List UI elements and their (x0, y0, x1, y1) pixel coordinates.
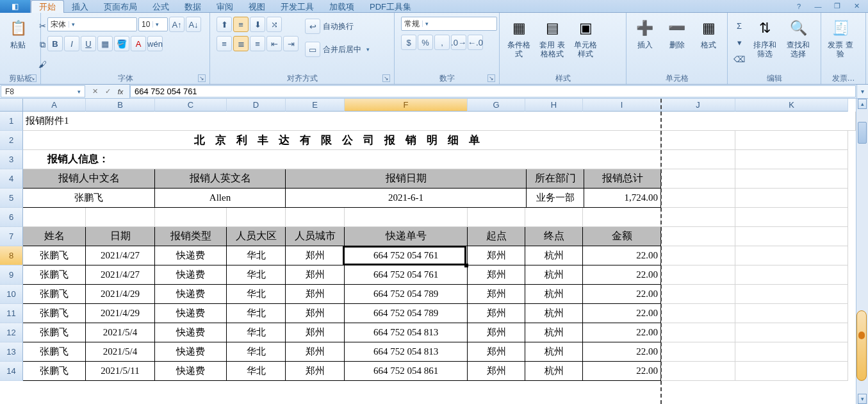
row-header[interactable]: 7 (0, 227, 23, 246)
cell[interactable]: 郑州 (286, 285, 345, 304)
cell[interactable] (23, 208, 86, 227)
increase-indent-button[interactable]: ⇥ (283, 36, 299, 51)
cell[interactable]: 664 752 054 813 (345, 323, 468, 342)
cell[interactable] (735, 208, 848, 227)
cell[interactable]: 张鹏飞 (23, 265, 86, 285)
cell[interactable]: 快递费 (155, 362, 227, 381)
cell[interactable]: 华北 (227, 362, 286, 381)
name-box[interactable]: F8 ▾ (1, 85, 85, 97)
cell[interactable] (735, 169, 848, 189)
tab-8[interactable]: 加载项 (322, 0, 362, 13)
cell[interactable] (661, 323, 735, 342)
cell[interactable]: 664 752 054 861 (345, 362, 468, 381)
cell[interactable]: 22.00 (583, 285, 661, 304)
column-headers[interactable]: ABCDEFGHIJK (0, 99, 856, 112)
cell[interactable]: 华北 (227, 265, 286, 285)
format-as-table-button[interactable]: ▤套用 表格格式 (537, 15, 568, 62)
cell[interactable]: 郑州 (286, 265, 345, 285)
delete-cells-button[interactable]: ➖删除 (662, 15, 692, 51)
cell[interactable]: 664 752 054 761 (345, 265, 468, 285)
cell[interactable]: 郑州 (468, 323, 525, 342)
cell[interactable]: 664 752 054 761 (345, 246, 468, 265)
cell[interactable] (735, 131, 848, 150)
cell[interactable]: 张鹏飞 (23, 362, 86, 381)
clipboard-dialog-launcher[interactable]: ↘ (29, 74, 37, 82)
decrease-indent-button[interactable]: ⇤ (266, 36, 282, 51)
cell[interactable]: 杭州 (525, 265, 583, 285)
cell[interactable]: 杭州 (525, 246, 583, 265)
cell[interactable] (227, 208, 286, 227)
decrease-decimal-button[interactable]: ←.0 (468, 35, 483, 50)
tab-4[interactable]: 数据 (177, 0, 209, 13)
tab-3[interactable]: 公式 (145, 0, 177, 13)
cell[interactable]: 2021/4/27 (86, 265, 155, 285)
column-header[interactable]: B (86, 99, 155, 112)
cell[interactable]: 22.00 (583, 246, 661, 265)
percent-button[interactable]: % (418, 35, 433, 50)
cell[interactable]: 22.00 (583, 265, 661, 285)
conditional-formatting-button[interactable]: ▦条件格式 (504, 15, 534, 62)
font-color-button[interactable]: A (131, 36, 146, 51)
cell[interactable] (661, 150, 735, 169)
cell[interactable]: 郑州 (286, 246, 345, 265)
column-header[interactable]: I (583, 99, 661, 112)
cell[interactable] (661, 189, 735, 208)
row-header[interactable]: 14 (0, 362, 23, 381)
cell[interactable]: 报销人信息： (23, 150, 661, 169)
cell[interactable]: 郑州 (468, 265, 525, 285)
cell[interactable] (735, 227, 848, 246)
cell[interactable]: 郑州 (286, 304, 345, 323)
column-header[interactable]: E (286, 99, 345, 112)
cell[interactable]: 郑州 (286, 342, 345, 362)
cell[interactable]: 姓名 (23, 227, 86, 246)
cell[interactable] (661, 285, 735, 304)
cell[interactable]: 业务一部 (527, 189, 584, 208)
cell[interactable]: 报销附件1 (23, 112, 856, 131)
cell[interactable] (661, 362, 735, 381)
cell[interactable]: 金额 (583, 227, 661, 246)
cell[interactable]: 张鹏飞 (23, 342, 86, 362)
invoice-check-button[interactable]: 🧾发票 查验 (825, 15, 856, 62)
cell[interactable] (735, 150, 848, 169)
tab-5[interactable]: 审阅 (209, 0, 241, 13)
merge-center-button[interactable]: ▭合并后居中▾ (305, 40, 370, 59)
cell[interactable] (735, 304, 848, 323)
cell[interactable]: 杭州 (525, 285, 583, 304)
cell[interactable]: 杭州 (525, 362, 583, 381)
cell[interactable]: 华北 (227, 342, 286, 362)
cell[interactable]: 22.00 (583, 323, 661, 342)
scroll-thumb[interactable] (858, 122, 867, 144)
cell[interactable]: 22.00 (583, 342, 661, 362)
window-restore[interactable]: ❐ (830, 2, 845, 11)
cell[interactable]: 2021/5/11 (86, 362, 155, 381)
row-header[interactable]: 12 (0, 323, 23, 342)
column-header[interactable]: F (345, 99, 468, 112)
align-middle-button[interactable]: ≡ (233, 17, 249, 32)
cell[interactable]: 日期 (86, 227, 155, 246)
cell[interactable] (735, 285, 848, 304)
cell[interactable]: 2021/4/29 (86, 285, 155, 304)
scroll-down-button[interactable]: ▾ (858, 394, 867, 404)
row-header[interactable]: 9 (0, 265, 23, 285)
cell[interactable]: 报销人英文名 (155, 169, 286, 189)
sort-filter-button[interactable]: ⇅排序和 筛选 (749, 15, 780, 62)
cell[interactable]: 郑州 (286, 362, 345, 381)
insert-cells-button[interactable]: ➕插入 (630, 15, 660, 51)
column-header[interactable]: D (227, 99, 286, 112)
increase-decimal-button[interactable]: .0→ (451, 35, 466, 50)
vertical-scrollbar[interactable]: ▴ ▾ (856, 99, 868, 404)
cell[interactable]: 22.00 (583, 362, 661, 381)
office-button[interactable]: ◧ (0, 0, 31, 13)
cell[interactable]: 终点 (525, 227, 583, 246)
cell[interactable]: 杭州 (525, 342, 583, 362)
cell[interactable]: 快递费 (155, 265, 227, 285)
fx-icon[interactable]: fx (115, 87, 126, 97)
alignment-dialog-launcher[interactable]: ↘ (382, 74, 390, 82)
cell[interactable] (345, 208, 468, 227)
phonetic-button[interactable]: wén (147, 36, 163, 51)
cell[interactable] (661, 208, 735, 227)
tab-9[interactable]: PDF工具集 (362, 0, 419, 13)
window-minimize[interactable]: — (810, 2, 826, 11)
cell[interactable] (661, 265, 735, 285)
cell[interactable] (583, 208, 661, 227)
